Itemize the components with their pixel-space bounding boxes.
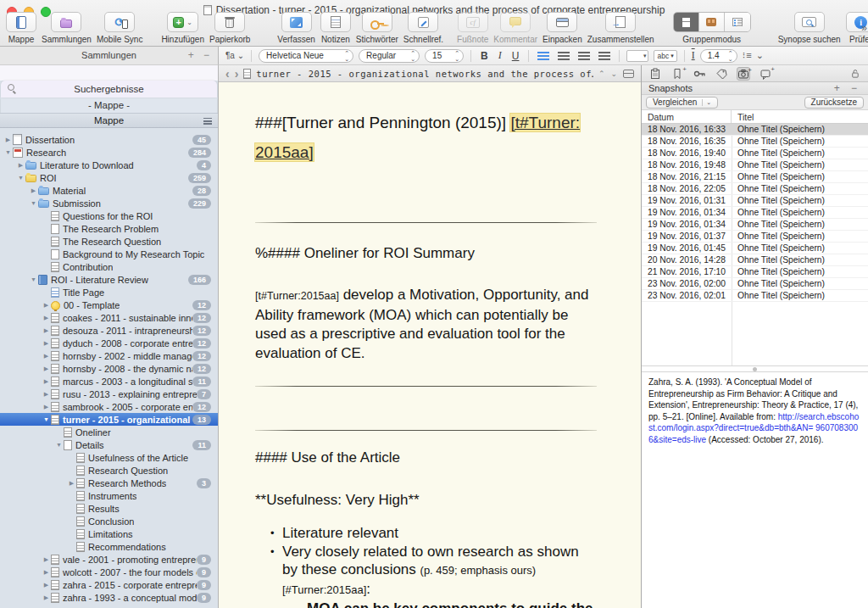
- compare-button[interactable]: Vergleichen ⌄: [646, 97, 718, 109]
- binder-item[interactable]: Oneliner: [0, 426, 218, 438]
- styles-dropdown[interactable]: ¶a ⌄: [225, 51, 244, 60]
- binder-item[interactable]: ▶hornsby - 2002 - middle managers'...12: [0, 349, 218, 362]
- trash-button[interactable]: Papierkorb: [209, 12, 250, 44]
- align-right-button[interactable]: [578, 52, 590, 60]
- compose-mode-button[interactable]: Verfassen: [277, 12, 314, 44]
- compile-button[interactable]: Zusammenstellen: [587, 12, 654, 44]
- wrap-button[interactable]: Einpacken: [542, 12, 582, 44]
- binder-item[interactable]: Title Page: [0, 286, 218, 298]
- column-header-titel[interactable]: Titel: [732, 110, 868, 123]
- binder-item[interactable]: ▶wolcott - 2007 - the four models of...9: [0, 566, 218, 578]
- binder-item[interactable]: ▶hornsby - 2008 - the dynamic natur...12: [0, 362, 218, 375]
- snapshot-row[interactable]: 18 Nov. 2016, 16:33Ohne Titel (Speichern…: [642, 124, 868, 136]
- snapshot-row[interactable]: 23 Nov. 2016, 02:01Ohne Titel (Speichern…: [642, 290, 868, 302]
- collection-search-results[interactable]: Suchergebnisse: [1, 81, 217, 98]
- snapshot-row[interactable]: 19 Nov. 2016, 01:34Ohne Titel (Speichern…: [642, 219, 868, 231]
- disclosure-triangle[interactable]: ▼: [42, 416, 51, 422]
- binder-item[interactable]: ▶dyduch - 2008 - corporate entrepre...12: [0, 337, 218, 349]
- disclosure-triangle[interactable]: ▶: [42, 594, 51, 601]
- align-justify-button[interactable]: [598, 52, 610, 60]
- snapshot-row[interactable]: 19 Nov. 2016, 01:31Ohne Titel (Speichern…: [642, 195, 868, 207]
- binder-item[interactable]: ▶sambrook - 2005 - corporate entre...12: [0, 400, 218, 413]
- disclosure-triangle[interactable]: ▼: [29, 276, 38, 282]
- disclosure-triangle[interactable]: ▶: [42, 582, 51, 588]
- column-header-datum[interactable]: Datum: [642, 110, 732, 123]
- menu-icon[interactable]: [203, 118, 212, 125]
- group-mode-outliner-segment[interactable]: [725, 13, 750, 31]
- align-center-button[interactable]: [558, 52, 570, 60]
- italic-button[interactable]: I: [496, 49, 504, 62]
- binder-item[interactable]: Results: [0, 502, 218, 515]
- binder-item[interactable]: ▶vale - 2001 - promoting entreprene...9: [0, 553, 218, 566]
- next-document-button[interactable]: ⌄: [610, 70, 617, 78]
- binder-item[interactable]: ▼Details11: [0, 438, 218, 451]
- rollback-button[interactable]: Zurücksetze: [804, 97, 864, 109]
- snapshot-row[interactable]: 18 Nov. 2016, 22:05Ohne Titel (Speichern…: [642, 183, 868, 195]
- underline-button[interactable]: U: [509, 50, 522, 62]
- collections-button[interactable]: Sammlungen: [42, 12, 92, 44]
- binder-item[interactable]: Conclusion: [0, 515, 218, 527]
- snapshot-row[interactable]: 23 Nov. 2016, 02:00Ohne Titel (Speichern…: [642, 278, 868, 290]
- align-left-button[interactable]: [537, 52, 549, 60]
- binder-item[interactable]: Recommendations: [0, 540, 218, 553]
- disclosure-triangle[interactable]: ▶: [42, 315, 51, 321]
- disclosure-triangle[interactable]: ▶: [42, 365, 51, 372]
- disclosure-triangle[interactable]: ▶: [42, 556, 51, 563]
- binder-item[interactable]: Background to My Research Topic: [0, 248, 218, 260]
- binder-item[interactable]: ▶marcus - 2003 - a longitudinal stud...1…: [0, 375, 218, 388]
- disclosure-triangle[interactable]: ▶: [42, 302, 51, 309]
- mobile-sync-button[interactable]: ⟳ Mobile Sync: [97, 12, 142, 44]
- collection-binder-tab[interactable]: - Mappe -: [1, 98, 217, 113]
- snapshot-row[interactable]: 20 Nov. 2016, 14:28Ohne Titel (Speichern…: [642, 254, 868, 266]
- forward-button[interactable]: ›: [235, 67, 239, 81]
- snapshot-row[interactable]: 18 Nov. 2016, 16:35Ohne Titel (Speichern…: [642, 136, 868, 148]
- disclosure-triangle[interactable]: ▶: [42, 404, 51, 410]
- collections-add-remove-buttons[interactable]: + −: [188, 47, 213, 64]
- snapshot-row[interactable]: 19 Nov. 2016, 01:34Ohne Titel (Speichern…: [642, 207, 868, 219]
- add-item-button[interactable]: +⌄ Hinzufügen: [161, 12, 204, 44]
- font-style-select[interactable]: Regular⌃⌄: [359, 49, 420, 63]
- binder-toggle-button[interactable]: Mappe: [6, 12, 36, 44]
- snapshot-row[interactable]: 21 Nov. 2016, 17:10Ohne Titel (Speichern…: [642, 266, 868, 278]
- notes-button[interactable]: Notizen: [320, 12, 351, 44]
- back-button[interactable]: ‹: [225, 67, 230, 81]
- binder-item[interactable]: Research Question: [0, 464, 218, 477]
- snapshot-row[interactable]: 18 Nov. 2016, 19:48Ohne Titel (Speichern…: [642, 159, 868, 171]
- comment-button[interactable]: Kommentar: [493, 12, 537, 44]
- binder-item[interactable]: ▶coakes - 2011 - sustainable innovat...1…: [0, 311, 218, 324]
- binder-item[interactable]: ▼Submission229: [0, 197, 218, 209]
- binder-item[interactable]: ▶Literature to Download4: [0, 159, 218, 171]
- inspector-splitter[interactable]: [642, 365, 868, 371]
- search-synopsis-button[interactable]: Synopse suchen: [778, 12, 841, 44]
- disclosure-triangle[interactable]: ▶: [67, 480, 76, 487]
- disclosure-triangle[interactable]: ▶: [42, 353, 51, 360]
- notes-tab-button[interactable]: [648, 67, 662, 81]
- lock-icon[interactable]: [848, 67, 861, 81]
- metadata-tab-button[interactable]: [715, 67, 728, 81]
- highlight-dropdown[interactable]: abc▾: [654, 50, 676, 62]
- citation-link[interactable]: 2015aa]: [255, 143, 314, 161]
- binder-item[interactable]: ▼ROI259: [0, 171, 218, 184]
- snapshot-row[interactable]: 18 Nov. 2016, 21:15Ohne Titel (Speichern…: [642, 171, 868, 183]
- binder-item[interactable]: ▶zahra - 2015 - corporate entreprene...9: [0, 578, 218, 591]
- binder-item[interactable]: ▼Research284: [0, 146, 218, 159]
- font-family-select[interactable]: Helvetica Neue⌃⌄: [259, 49, 353, 63]
- keywords-button[interactable]: Stichwörter: [356, 12, 398, 44]
- text-color-well[interactable]: ▾: [626, 50, 648, 62]
- previous-document-button[interactable]: ⌃: [598, 70, 605, 78]
- editor-content[interactable]: ###[Turner and Pennington (2015)] [t#Tur…: [219, 82, 641, 608]
- toolbar-overflow-button[interactable]: »: [861, 22, 866, 34]
- disclosure-triangle[interactable]: ▶: [42, 378, 51, 385]
- snapshot-add-remove-buttons[interactable]: + −: [834, 82, 861, 94]
- disclosure-triangle[interactable]: ▶: [42, 391, 51, 398]
- footnote-button[interactable]: cf Fußnote: [457, 12, 488, 44]
- disclosure-triangle[interactable]: ▶: [29, 187, 38, 194]
- snapshots-tab-button[interactable]: +: [737, 67, 750, 81]
- snapshot-row[interactable]: 19 Nov. 2016, 01:45Ohne Titel (Speichern…: [642, 243, 868, 254]
- binder-item[interactable]: ▼turner - 2015 - organizational net...13: [0, 413, 218, 426]
- line-spacing-select[interactable]: 1.4⌃⌄: [700, 49, 737, 63]
- binder-item[interactable]: Instruments: [0, 489, 218, 502]
- disclosure-triangle[interactable]: ▼: [3, 149, 13, 155]
- binder-item[interactable]: ▶Research Methods3: [0, 477, 218, 489]
- snapshot-row[interactable]: 19 Nov. 2016, 01:37Ohne Titel (Speichern…: [642, 231, 868, 243]
